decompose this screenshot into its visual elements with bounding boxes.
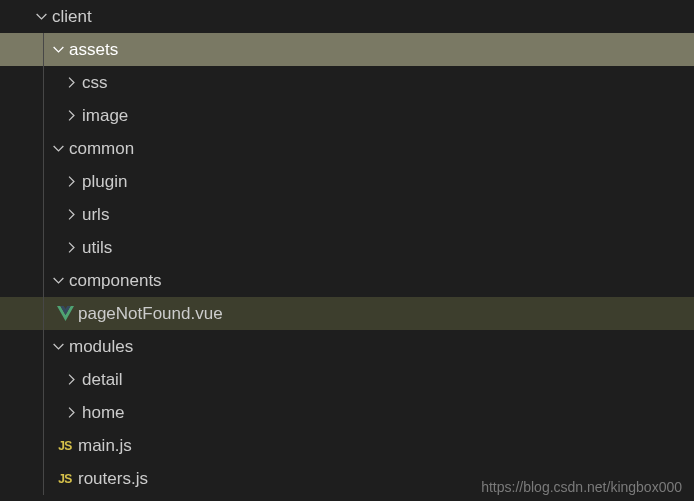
folder-label: urls (80, 205, 109, 225)
folder-label: detail (80, 370, 123, 390)
chevron-right-icon (62, 406, 80, 419)
folder-urls[interactable]: urls (0, 198, 694, 231)
folder-image[interactable]: image (0, 99, 694, 132)
chevron-down-icon (49, 43, 67, 56)
folder-label: plugin (80, 172, 127, 192)
folder-css[interactable]: css (0, 66, 694, 99)
chevron-down-icon (49, 340, 67, 353)
folder-label: image (80, 106, 128, 126)
chevron-right-icon (62, 76, 80, 89)
file-label: pageNotFound.vue (76, 304, 223, 324)
file-label: main.js (76, 436, 132, 456)
file-pagenotfound-vue[interactable]: pageNotFound.vue (0, 297, 694, 330)
vue-icon (54, 306, 76, 321)
folder-label: css (80, 73, 108, 93)
chevron-right-icon (62, 175, 80, 188)
chevron-down-icon (49, 274, 67, 287)
folder-detail[interactable]: detail (0, 363, 694, 396)
folder-label: assets (67, 40, 118, 60)
folder-plugin[interactable]: plugin (0, 165, 694, 198)
folder-label: home (80, 403, 125, 423)
js-icon: JS (54, 472, 76, 486)
chevron-down-icon (32, 10, 50, 23)
file-explorer-tree: client assets css image (0, 0, 694, 495)
chevron-right-icon (62, 241, 80, 254)
folder-client[interactable]: client (0, 0, 694, 33)
folder-common[interactable]: common (0, 132, 694, 165)
folder-modules[interactable]: modules (0, 330, 694, 363)
folder-label: modules (67, 337, 133, 357)
chevron-right-icon (62, 373, 80, 386)
folder-utils[interactable]: utils (0, 231, 694, 264)
chevron-down-icon (49, 142, 67, 155)
watermark-text: https://blog.csdn.net/kingbox000 (481, 479, 682, 495)
folder-components[interactable]: components (0, 264, 694, 297)
chevron-right-icon (62, 109, 80, 122)
folder-label: common (67, 139, 134, 159)
js-icon: JS (54, 439, 76, 453)
folder-home[interactable]: home (0, 396, 694, 429)
folder-assets[interactable]: assets (0, 33, 694, 66)
folder-label: utils (80, 238, 112, 258)
folder-label: components (67, 271, 162, 291)
file-label: routers.js (76, 469, 148, 489)
folder-label: client (50, 7, 92, 27)
chevron-right-icon (62, 208, 80, 221)
file-main-js[interactable]: JS main.js (0, 429, 694, 462)
